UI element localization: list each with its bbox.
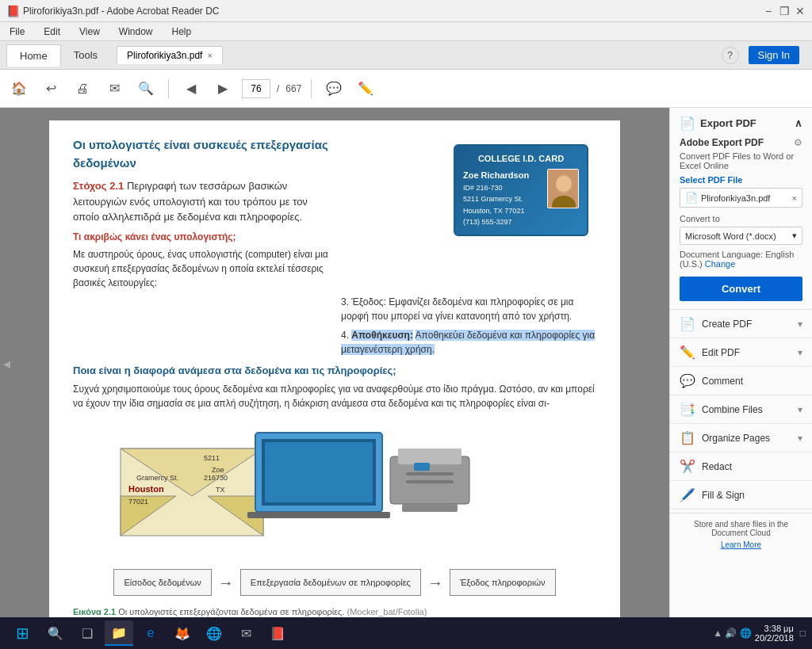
question2-text: Συχνά χρησιμοποιούμε τους όρους δεδομένα…	[73, 382, 596, 410]
id-card: COLLEGE I.D. CARD Zoe Richardson ID# 216…	[454, 144, 588, 236]
taskbar-taskview[interactable]: ❑	[73, 620, 102, 646]
side-tool-icon-comment: 💬	[680, 373, 695, 388]
chevron-icon-edit-pdf: ▾	[798, 347, 802, 358]
laptop-illustration	[239, 425, 398, 544]
taskbar-explorer[interactable]: 📁	[105, 620, 133, 646]
pdf-filename-clear[interactable]: ×	[792, 193, 797, 203]
chevron-icon-create-pdf: ▾	[798, 319, 802, 330]
taskbar-edge[interactable]: e	[136, 620, 165, 646]
id-card-name: Zoe Richardson	[463, 169, 542, 183]
side-tool-comment[interactable]: 💬 Comment	[670, 367, 812, 395]
id-card-address: 5211 Gramercy St.	[463, 193, 542, 204]
doc-language-change-link[interactable]: Change	[705, 259, 736, 269]
pdf-filename: Pliroforikiya3n.pdf	[701, 193, 789, 203]
export-pdf-header[interactable]: 📄 Export PDF ∧	[680, 116, 802, 131]
question-label: Τι ακριβώς κάνει ένας υπολογιστής;	[73, 230, 328, 244]
svg-rect-21	[406, 472, 454, 475]
menu-edit[interactable]: Edit	[40, 25, 63, 39]
side-tool-fill-sign[interactable]: 🖊️ Fill & Sign	[670, 481, 812, 510]
id-card-photo	[547, 169, 579, 208]
svg-text:77021: 77021	[128, 498, 148, 506]
start-button[interactable]: ⊞	[6, 620, 38, 646]
export-pdf-chevron[interactable]: ∧	[795, 117, 802, 129]
side-tools: 📄 Create PDF ▾ ✏️ Edit PDF ▾ 💬 Comment 📑…	[670, 310, 812, 510]
taskbar-acrobat[interactable]: 📕	[263, 620, 292, 646]
question2: Ποια είναι η διαφορά ανάμεσα στα δεδομέν…	[73, 363, 596, 379]
taskbar-time: 3:38 μμ 20/2/2018	[755, 624, 794, 643]
diagram-process-box: Επεξεργασία δεδομένων σε πληροφορίες	[240, 569, 421, 597]
id-card-id: ID# 216-730	[463, 182, 542, 193]
page-number-input[interactable]	[242, 79, 270, 98]
adobe-cloud-section: Store and share files in the Document Cl…	[670, 513, 812, 555]
convert-button[interactable]: Convert	[680, 277, 802, 301]
pdf-scroll-area[interactable]: ◂ ▸ Οι υπολογιστές είναι συσκευές επεξερ…	[0, 108, 669, 619]
side-tool-label-fill-sign: Fill & Sign	[702, 490, 745, 501]
side-tool-icon-create-pdf: 📄	[680, 316, 695, 331]
tab-close-button[interactable]: ×	[207, 51, 212, 60]
menu-window[interactable]: Window	[116, 25, 156, 39]
right-panel: 📄 Export PDF ∧ Adobe Export PDF ⚙ Conver…	[669, 108, 812, 619]
learn-more-link[interactable]: Learn More	[721, 540, 761, 549]
tab-bar: Home Tools Pliroforikiya3n.pdf × ? Sign …	[0, 41, 812, 70]
taskbar-firefox[interactable]: 🦊	[168, 620, 197, 646]
taskbar-chrome[interactable]: 🌐	[200, 620, 228, 646]
pdf-page: Οι υπολογιστές είναι συσκευές επεξεργασί…	[49, 120, 620, 619]
draw-icon[interactable]: ✏️	[353, 76, 378, 101]
prev-page-icon[interactable]: ◀	[178, 76, 204, 101]
side-tool-redact[interactable]: ✂️ Redact	[670, 452, 812, 481]
export-pdf-icon: 📄	[680, 116, 695, 131]
side-tool-icon-combine-files: 📑	[680, 402, 695, 417]
convert-to-dropdown[interactable]: Microsoft Word (*.docx) ▾	[680, 227, 802, 245]
svg-text:216730: 216730	[204, 474, 228, 482]
side-tool-create-pdf[interactable]: 📄 Create PDF ▾	[670, 310, 812, 338]
right-col-item3-text: Έξοδος: Εμφανίζει δεδομένα και πληροφορί…	[341, 296, 573, 322]
print-icon[interactable]: 🖨	[70, 76, 95, 101]
side-tool-label-redact: Redact	[702, 461, 732, 472]
title-bar-controls: − ❐ ✕	[763, 6, 806, 17]
email-icon[interactable]: ✉	[102, 76, 127, 101]
notification-icon[interactable]: □	[800, 628, 806, 639]
home-nav-button[interactable]: Home	[6, 44, 61, 67]
restore-button[interactable]: ❐	[779, 6, 790, 17]
side-tool-left-combine-files: 📑 Combine Files	[680, 402, 763, 417]
svg-rect-22	[406, 480, 454, 483]
search-icon[interactable]: 🔍	[133, 76, 159, 101]
export-pdf-header-left: 📄 Export PDF	[680, 116, 756, 131]
side-tool-label-combine-files: Combine Files	[702, 404, 763, 415]
pdf-tab[interactable]: Pliroforikiya3n.pdf ×	[117, 46, 223, 64]
side-tool-edit-pdf[interactable]: ✏️ Edit PDF ▾	[670, 338, 812, 367]
taskbar-search[interactable]: 🔍	[41, 620, 70, 646]
comment-icon[interactable]: 💬	[321, 76, 347, 101]
next-page-icon[interactable]: ▶	[210, 76, 236, 101]
printer-illustration	[382, 433, 477, 528]
left-collapse-icon[interactable]: ◂	[3, 355, 10, 372]
close-button[interactable]: ✕	[795, 6, 806, 17]
taskbar-mail[interactable]: ✉	[232, 620, 260, 646]
sign-in-button[interactable]: Sign In	[749, 46, 799, 64]
id-card-city: Houston, TX 77021	[463, 205, 542, 216]
svg-rect-20	[398, 449, 462, 464]
side-tool-combine-files[interactable]: 📑 Combine Files ▾	[670, 395, 812, 424]
home-icon[interactable]: 🏠	[6, 76, 32, 101]
title-bar-left: 📕 Pliroforikiya3n.pdf - Adobe Acrobat Re…	[6, 5, 219, 17]
adobe-export-title: Adobe Export PDF	[680, 137, 764, 148]
adobe-export-settings-icon[interactable]: ⚙	[794, 137, 802, 148]
menu-view[interactable]: View	[76, 25, 103, 39]
cloud-text: Store and share files in the Document Cl…	[680, 520, 802, 537]
help-button[interactable]: ?	[722, 47, 739, 64]
app-icon: 📕	[6, 5, 20, 17]
arrow-2: →	[427, 571, 443, 594]
firefox-icon: 🦊	[174, 626, 190, 641]
export-pdf-section: 📄 Export PDF ∧ Adobe Export PDF ⚙ Conver…	[670, 108, 812, 310]
side-tool-organize-pages[interactable]: 📋 Organize Pages ▾	[670, 424, 812, 452]
tools-nav-button[interactable]: Tools	[61, 44, 110, 66]
menu-help[interactable]: Help	[169, 25, 195, 39]
side-tool-icon-edit-pdf: ✏️	[680, 345, 695, 360]
right-item3: 3. Έξοδος: Εμφανίζει δεδομένα και πληροφ…	[341, 295, 596, 323]
side-tool-left-fill-sign: 🖊️ Fill & Sign	[680, 487, 745, 502]
menu-file[interactable]: File	[6, 25, 28, 39]
mail-icon: ✉	[241, 626, 251, 641]
back-icon[interactable]: ↩	[38, 76, 63, 101]
minimize-button[interactable]: −	[763, 6, 774, 17]
process-diagram: Είσοδος δεδομένων → Επεξεργασία δεδομένω…	[73, 569, 596, 597]
